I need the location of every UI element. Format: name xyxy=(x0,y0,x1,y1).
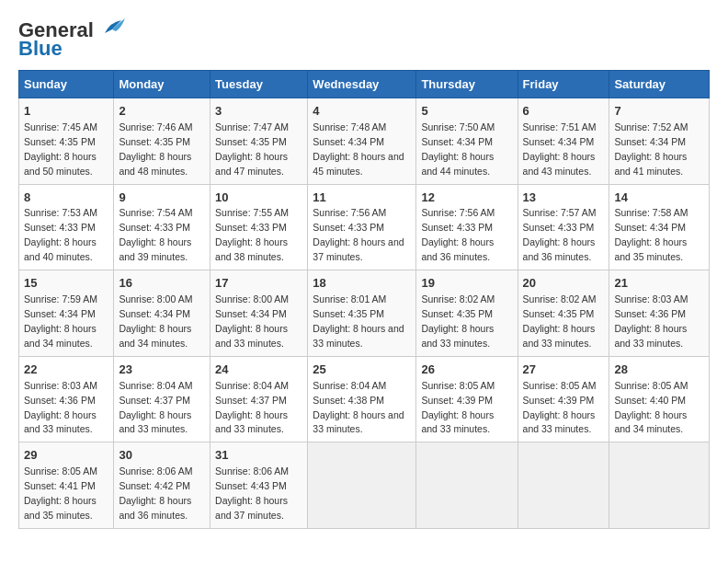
daylight-info: Daylight: 8 hours and 50 minutes. xyxy=(24,151,97,177)
weekday-header-thursday: Thursday xyxy=(416,71,518,98)
day-number: 30 xyxy=(119,447,205,465)
daylight-info: Daylight: 8 hours and 36 minutes. xyxy=(421,236,494,262)
sunset-info: Sunset: 4:33 PM xyxy=(119,222,190,233)
sunrise-info: Sunrise: 7:56 AM xyxy=(313,207,386,218)
calendar-cell: 4Sunrise: 7:48 AMSunset: 4:34 PMDaylight… xyxy=(308,98,416,185)
logo-blue: Blue xyxy=(18,37,63,61)
sunrise-info: Sunrise: 8:06 AM xyxy=(119,465,192,477)
calendar-cell: 23Sunrise: 8:04 AMSunset: 4:37 PMDayligh… xyxy=(114,356,210,442)
sunset-info: Sunset: 4:40 PM xyxy=(614,395,686,406)
day-number: 22 xyxy=(24,362,108,379)
day-number: 31 xyxy=(215,447,302,465)
daylight-info: Daylight: 8 hours and 33 minutes. xyxy=(313,409,404,435)
calendar-cell: 11Sunrise: 7:56 AMSunset: 4:33 PMDayligh… xyxy=(308,184,416,270)
day-number: 10 xyxy=(215,190,302,207)
sunset-info: Sunset: 4:34 PM xyxy=(523,136,595,147)
sunset-info: Sunset: 4:35 PM xyxy=(24,136,96,147)
calendar-cell: 26Sunrise: 8:05 AMSunset: 4:39 PMDayligh… xyxy=(416,356,518,442)
calendar-cell: 30Sunrise: 8:06 AMSunset: 4:42 PMDayligh… xyxy=(114,442,210,529)
calendar-week-4: 22Sunrise: 8:03 AMSunset: 4:36 PMDayligh… xyxy=(19,356,710,442)
sunset-info: Sunset: 4:35 PM xyxy=(421,308,493,319)
sunset-info: Sunset: 4:39 PM xyxy=(421,395,493,406)
sunrise-info: Sunrise: 8:05 AM xyxy=(24,465,97,477)
daylight-info: Daylight: 8 hours and 38 minutes. xyxy=(215,236,288,262)
sunrise-info: Sunrise: 8:04 AM xyxy=(119,380,192,391)
sunset-info: Sunset: 4:39 PM xyxy=(523,395,595,406)
daylight-info: Daylight: 8 hours and 33 minutes. xyxy=(313,323,404,349)
calendar-week-2: 8Sunrise: 7:53 AMSunset: 4:33 PMDaylight… xyxy=(19,184,710,270)
sunrise-info: Sunrise: 7:51 AM xyxy=(523,121,597,132)
sunrise-info: Sunrise: 8:04 AM xyxy=(313,380,386,391)
sunrise-info: Sunrise: 7:53 AM xyxy=(24,207,97,218)
sunset-info: Sunset: 4:37 PM xyxy=(119,395,190,406)
calendar-cell: 18Sunrise: 8:01 AMSunset: 4:35 PMDayligh… xyxy=(308,270,416,357)
calendar-cell xyxy=(416,442,518,529)
weekday-header-friday: Friday xyxy=(518,71,609,98)
calendar-cell: 17Sunrise: 8:00 AMSunset: 4:34 PMDayligh… xyxy=(210,270,308,357)
sunset-info: Sunset: 4:33 PM xyxy=(24,222,96,233)
calendar-cell: 9Sunrise: 7:54 AMSunset: 4:33 PMDaylight… xyxy=(114,184,210,270)
sunset-info: Sunset: 4:38 PM xyxy=(313,395,384,406)
daylight-info: Daylight: 8 hours and 44 minutes. xyxy=(421,151,494,177)
calendar-cell: 19Sunrise: 8:02 AMSunset: 4:35 PMDayligh… xyxy=(416,270,518,357)
day-number: 5 xyxy=(421,103,512,121)
day-number: 18 xyxy=(313,275,411,293)
calendar-cell: 13Sunrise: 7:57 AMSunset: 4:33 PMDayligh… xyxy=(518,184,609,270)
daylight-info: Daylight: 8 hours and 33 minutes. xyxy=(421,323,494,349)
daylight-info: Daylight: 8 hours and 34 minutes. xyxy=(119,323,191,349)
daylight-info: Daylight: 8 hours and 36 minutes. xyxy=(119,495,191,521)
sunset-info: Sunset: 4:35 PM xyxy=(523,308,595,319)
calendar-cell: 16Sunrise: 8:00 AMSunset: 4:34 PMDayligh… xyxy=(114,270,210,357)
sunset-info: Sunset: 4:43 PM xyxy=(215,480,287,491)
day-number: 20 xyxy=(523,275,605,293)
calendar-cell: 31Sunrise: 8:06 AMSunset: 4:43 PMDayligh… xyxy=(210,442,308,529)
sunrise-info: Sunrise: 7:45 AM xyxy=(24,121,97,132)
sunrise-info: Sunrise: 8:05 AM xyxy=(523,380,597,391)
sunrise-info: Sunrise: 7:55 AM xyxy=(215,207,289,218)
sunrise-info: Sunrise: 7:59 AM xyxy=(24,293,97,304)
daylight-info: Daylight: 8 hours and 48 minutes. xyxy=(119,151,191,177)
day-number: 12 xyxy=(421,190,512,207)
sunrise-info: Sunrise: 7:47 AM xyxy=(215,121,289,132)
calendar-table: SundayMondayTuesdayWednesdayThursdayFrid… xyxy=(18,70,710,529)
daylight-info: Daylight: 8 hours and 41 minutes. xyxy=(614,151,687,177)
calendar-cell: 2Sunrise: 7:46 AMSunset: 4:35 PMDaylight… xyxy=(114,98,210,185)
sunrise-info: Sunrise: 7:50 AM xyxy=(421,121,495,132)
sunrise-info: Sunrise: 8:00 AM xyxy=(215,293,289,304)
day-number: 24 xyxy=(215,362,302,379)
sunset-info: Sunset: 4:35 PM xyxy=(119,136,190,147)
sunset-info: Sunset: 4:34 PM xyxy=(313,136,384,147)
day-number: 28 xyxy=(614,362,704,379)
sunrise-info: Sunrise: 8:06 AM xyxy=(215,465,289,477)
calendar-cell: 27Sunrise: 8:05 AMSunset: 4:39 PMDayligh… xyxy=(518,356,609,442)
day-number: 1 xyxy=(24,103,108,121)
sunrise-info: Sunrise: 7:46 AM xyxy=(119,121,192,132)
sunset-info: Sunset: 4:33 PM xyxy=(313,222,384,233)
sunset-info: Sunset: 4:41 PM xyxy=(24,480,96,491)
logo: General Blue xyxy=(18,18,127,61)
sunrise-info: Sunrise: 8:02 AM xyxy=(421,293,495,304)
sunset-info: Sunset: 4:35 PM xyxy=(215,136,287,147)
day-number: 4 xyxy=(313,103,411,121)
calendar-cell: 15Sunrise: 7:59 AMSunset: 4:34 PMDayligh… xyxy=(19,270,114,357)
weekday-header-saturday: Saturday xyxy=(609,71,710,98)
sunset-info: Sunset: 4:35 PM xyxy=(313,308,384,319)
calendar-week-1: 1Sunrise: 7:45 AMSunset: 4:35 PMDaylight… xyxy=(19,98,710,185)
sunrise-info: Sunrise: 7:56 AM xyxy=(421,207,495,218)
calendar-cell: 20Sunrise: 8:02 AMSunset: 4:35 PMDayligh… xyxy=(518,270,609,357)
day-number: 8 xyxy=(24,190,108,207)
day-number: 9 xyxy=(119,190,205,207)
calendar-cell: 21Sunrise: 8:03 AMSunset: 4:36 PMDayligh… xyxy=(609,270,710,357)
calendar-cell: 12Sunrise: 7:56 AMSunset: 4:33 PMDayligh… xyxy=(416,184,518,270)
day-number: 13 xyxy=(523,190,605,207)
sunrise-info: Sunrise: 7:54 AM xyxy=(119,207,192,218)
calendar-week-3: 15Sunrise: 7:59 AMSunset: 4:34 PMDayligh… xyxy=(19,270,710,357)
sunrise-info: Sunrise: 8:03 AM xyxy=(24,380,97,391)
sunset-info: Sunset: 4:36 PM xyxy=(614,308,686,319)
sunset-info: Sunset: 4:34 PM xyxy=(215,308,287,319)
weekday-header-tuesday: Tuesday xyxy=(210,71,308,98)
calendar-cell: 25Sunrise: 8:04 AMSunset: 4:38 PMDayligh… xyxy=(308,356,416,442)
sunset-info: Sunset: 4:36 PM xyxy=(24,395,96,406)
sunset-info: Sunset: 4:33 PM xyxy=(215,222,287,233)
calendar-cell: 7Sunrise: 7:52 AMSunset: 4:34 PMDaylight… xyxy=(609,98,710,185)
